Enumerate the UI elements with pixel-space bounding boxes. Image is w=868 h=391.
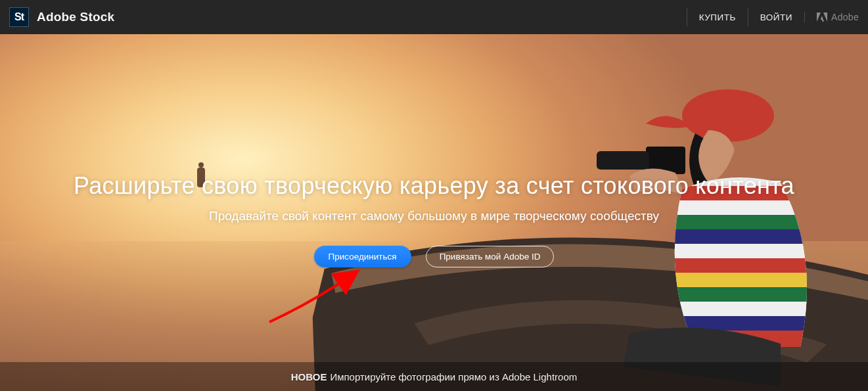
footer-text: Импортируйте фотографии прямо из Adobe L…: [330, 371, 577, 382]
brand-name: Adobe Stock: [37, 10, 114, 24]
hero-content: Расширьте свою творческую карьеру за сче…: [0, 172, 868, 267]
hero-section: Расширьте свою творческую карьеру за сче…: [0, 34, 868, 391]
brand[interactable]: St Adobe Stock: [9, 7, 114, 27]
signin-link[interactable]: ВОЙТИ: [748, 9, 804, 26]
top-bar: St Adobe Stock КУПИТЬ ВОЙТИ Adobe: [0, 0, 868, 34]
hero-cta-row: Присоединиться Привязать мой Adobe ID: [314, 246, 555, 267]
link-adobe-id-button[interactable]: Привязать мой Adobe ID: [426, 246, 555, 267]
adobe-a-icon: [817, 12, 827, 22]
adobe-company-logo[interactable]: Adobe: [804, 12, 859, 22]
hero-title: Расширьте свою творческую карьеру за сче…: [74, 172, 794, 200]
hero-subtitle: Продавайте свой контент самому большому …: [209, 209, 659, 223]
footer-strip: НОВОЕ Импортируйте фотографии прямо из A…: [0, 362, 868, 391]
brand-icon-text: St: [14, 11, 24, 23]
join-button[interactable]: Присоединиться: [314, 246, 411, 267]
top-bar-right: КУПИТЬ ВОЙТИ Adobe: [687, 9, 859, 26]
adobe-company-label: Adobe: [831, 12, 859, 22]
adobe-stock-icon: St: [9, 7, 29, 27]
footer-badge: НОВОЕ: [291, 371, 327, 382]
buy-link[interactable]: КУПИТЬ: [687, 9, 748, 26]
